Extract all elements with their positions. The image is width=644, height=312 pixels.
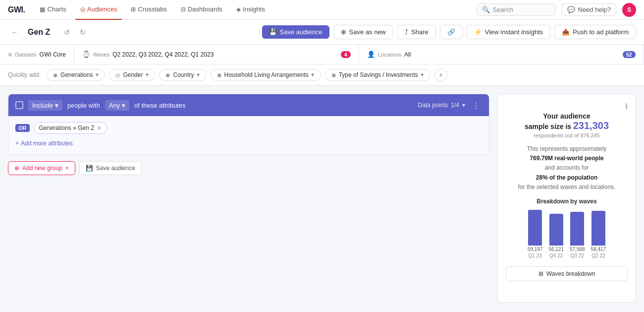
save-audience-inline-button[interactable]: 💾 Save audience bbox=[79, 161, 142, 175]
info-icon[interactable]: ℹ bbox=[625, 102, 628, 110]
nav-audiences-label: Audiences bbox=[87, 5, 117, 13]
view-insights-button[interactable]: ⚡ View instant insights bbox=[467, 25, 551, 39]
bar-value: 58,417 bbox=[591, 247, 606, 252]
subheader-actions: 💾 Save audience ⊕ Save as new ⤴ Share 🔗 … bbox=[262, 25, 636, 39]
charts-icon: ▦ bbox=[40, 6, 45, 13]
household-chip-label: Household Living Arrangements bbox=[224, 71, 309, 78]
nav-crosstabs[interactable]: ⊞ Crosstabs bbox=[126, 0, 172, 20]
need-help-button[interactable]: 💬 Need help? bbox=[562, 3, 617, 16]
push-to-ad-platform-button[interactable]: 📤 Push to ad platform bbox=[554, 25, 636, 39]
group-checkbox[interactable] bbox=[15, 101, 23, 109]
add-group-icon: ⊕ bbox=[14, 165, 19, 172]
attribute-tag-gen-z[interactable]: Generations » Gen Z × bbox=[34, 122, 107, 134]
nav-charts-label: Charts bbox=[47, 5, 66, 13]
group-header: Include ▾ people with Any ▾ of these att… bbox=[8, 94, 489, 116]
right-panel: ℹ Your audience sample size is 231,303 r… bbox=[497, 94, 636, 303]
group-options-button[interactable]: ⋮ bbox=[470, 99, 482, 111]
gender-chip-icon: ◎ bbox=[115, 72, 120, 78]
quickadd-chip-gender[interactable]: ◎ Gender + bbox=[109, 69, 155, 81]
bar bbox=[591, 211, 605, 246]
save-as-new-button[interactable]: ⊕ Save as new bbox=[333, 25, 393, 39]
quickadd-bar: Quickly add: ◉ Generations + ◎ Gender + … bbox=[0, 64, 644, 86]
data-points-control[interactable]: Data points 1/4 ▾ bbox=[418, 102, 465, 109]
real-world-description: This represents approximately 769.79M re… bbox=[518, 144, 616, 192]
data-points-chevron-icon: ▾ bbox=[462, 102, 465, 109]
page-title: Gen Z bbox=[28, 28, 50, 37]
people-with-label: people with bbox=[67, 102, 100, 109]
any-label: Any bbox=[109, 102, 120, 109]
push-to-ad-platform-label: Push to ad platform bbox=[573, 28, 629, 36]
nav-dashboards[interactable]: ⊟ Dashboards bbox=[176, 0, 227, 20]
country-chip-label: Country bbox=[173, 71, 194, 78]
save-audience-inline-label: Save audience bbox=[96, 165, 135, 172]
user-avatar[interactable]: S bbox=[622, 3, 636, 17]
locations-icon: 👤 bbox=[367, 51, 375, 58]
nav-audiences[interactable]: ◎ Audiences bbox=[75, 0, 122, 20]
save-audience-button[interactable]: 💾 Save audience bbox=[262, 25, 329, 39]
nav-crosstabs-label: Crosstabs bbox=[138, 5, 167, 13]
undo-button[interactable]: ↺ bbox=[60, 25, 74, 39]
quickadd-chip-household[interactable]: ◉ Household Living Arrangements + bbox=[211, 69, 321, 81]
bar-label: Q2 22 bbox=[591, 253, 605, 258]
help-icon: 💬 bbox=[567, 6, 575, 13]
add-more-attributes[interactable]: + Add more attributes bbox=[15, 138, 482, 149]
save-audience-label: Save audience bbox=[280, 28, 322, 36]
insights-btn-icon: ⚡ bbox=[474, 28, 482, 36]
nav-right: 🔍 Search 💬 Need help? S bbox=[477, 3, 637, 17]
save-new-icon: ⊕ bbox=[341, 28, 346, 36]
include-dropdown[interactable]: Include ▾ bbox=[28, 100, 62, 111]
bar-label: Q4 22 bbox=[549, 253, 563, 258]
add-new-group-button[interactable]: ⊕ Add new group + bbox=[8, 161, 75, 175]
waves-label: Waves bbox=[93, 52, 109, 58]
waves-breakdown-button[interactable]: ⊞ Waves breakdown bbox=[506, 266, 628, 281]
tag-close-icon[interactable]: × bbox=[98, 125, 102, 131]
audience-size-number: 231,303 bbox=[573, 120, 609, 131]
quickadd-chip-savings[interactable]: ◉ Type of Savings / Investments + bbox=[325, 69, 430, 81]
bar bbox=[528, 210, 542, 246]
include-label: Include bbox=[32, 102, 53, 109]
gender-chip-label: Gender bbox=[123, 71, 143, 78]
waves-breakdown-icon: ⊞ bbox=[538, 270, 543, 277]
share-label: Share bbox=[411, 28, 429, 36]
household-chip-icon: ◉ bbox=[217, 72, 222, 78]
link-button[interactable]: 🔗 bbox=[440, 25, 463, 39]
nav-insights[interactable]: ◈ Insights bbox=[231, 0, 270, 20]
generations-chip-icon: ◉ bbox=[53, 72, 58, 78]
data-points-label: Data points bbox=[418, 102, 448, 109]
undo-redo-group: ↺ ↻ bbox=[60, 25, 90, 39]
add-more-label: Add more attributes bbox=[21, 140, 73, 147]
audience-size-mid: sample size is bbox=[525, 123, 571, 130]
add-group-section: ⊕ Add new group + 💾 Save audience bbox=[8, 161, 489, 175]
locations-segment[interactable]: 👤 Locations All 52 bbox=[359, 45, 644, 64]
real-world-people: 769.79M real-world people bbox=[530, 155, 603, 162]
back-button[interactable]: ← bbox=[8, 25, 22, 39]
waves-breakdown-label: Waves breakdown bbox=[546, 270, 595, 277]
bar-label: Q1 23 bbox=[528, 253, 541, 258]
quickadd-chip-country[interactable]: ◉ Country + bbox=[159, 69, 206, 81]
main-content: Include ▾ people with Any ▾ of these att… bbox=[0, 86, 644, 311]
nav-insights-label: Insights bbox=[243, 5, 265, 13]
redo-button[interactable]: ↻ bbox=[76, 25, 90, 39]
crosstabs-icon: ⊞ bbox=[131, 6, 136, 13]
locations-value: All bbox=[404, 51, 411, 58]
waves-segment[interactable]: ⌚ Waves Q2 2022, Q3 2022, Q4 2022, Q1 20… bbox=[74, 45, 359, 64]
share-button[interactable]: ⤴ Share bbox=[397, 25, 436, 39]
view-insights-label: View instant insights bbox=[485, 28, 543, 36]
any-dropdown[interactable]: Any ▾ bbox=[105, 100, 129, 111]
quickadd-chip-generations[interactable]: ◉ Generations + bbox=[47, 69, 105, 81]
or-badge: OR bbox=[15, 124, 30, 132]
audience-builder: Include ▾ people with Any ▾ of these att… bbox=[8, 94, 489, 303]
respondents-label: respondents out of 976,245 bbox=[534, 132, 600, 138]
audience-size-prefix: Your audience bbox=[543, 112, 590, 120]
nav-charts[interactable]: ▦ Charts bbox=[35, 0, 71, 20]
search-box[interactable]: 🔍 Search bbox=[477, 3, 556, 16]
subheader: ← Gen Z ↺ ↻ 💾 Save audience ⊕ Save as ne… bbox=[0, 20, 644, 45]
bar-col: 57,568Q3 22 bbox=[570, 212, 585, 258]
insights-icon: ◈ bbox=[236, 6, 241, 13]
include-chevron-icon: ▾ bbox=[55, 102, 58, 109]
dashboards-icon: ⊟ bbox=[181, 6, 186, 13]
quickadd-more-button[interactable]: + bbox=[434, 68, 447, 81]
datasets-segment[interactable]: ≡ Datasets GWI Core bbox=[0, 45, 74, 64]
savings-chip-label: Type of Savings / Investments bbox=[339, 71, 418, 78]
breakdown-title: Breakdown by waves bbox=[537, 198, 596, 205]
